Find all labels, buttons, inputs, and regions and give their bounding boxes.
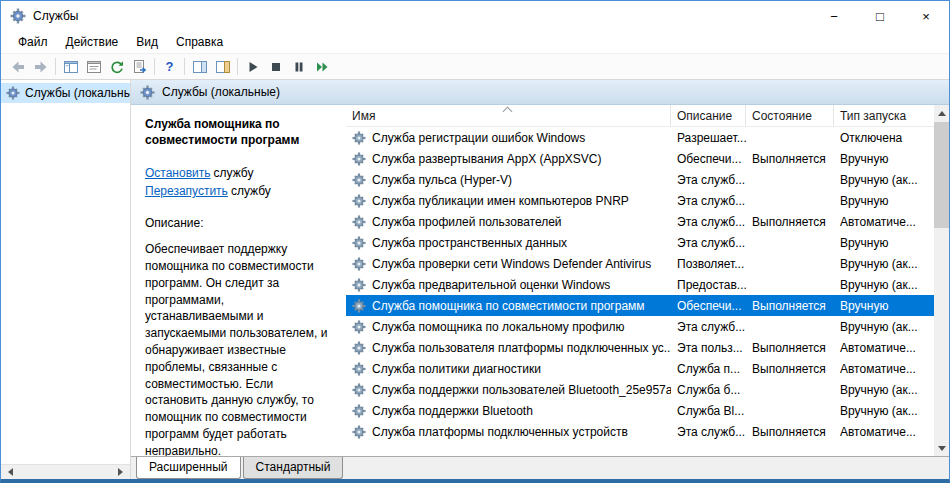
service-name-cell: Служба поддержки Bluetooth bbox=[346, 404, 671, 418]
services-app-icon bbox=[10, 8, 26, 24]
extended-detail-pane: Служба помощника по совместимости програ… bbox=[131, 105, 346, 456]
service-description: Позволяет... bbox=[671, 257, 746, 271]
column-header-status[interactable]: Состояние bbox=[746, 105, 834, 126]
scrollbar-thumb[interactable] bbox=[934, 122, 949, 228]
service-description: Предостав... bbox=[671, 278, 746, 292]
table-row[interactable]: Служба поддержки Bluetooth Служба Bl... … bbox=[346, 400, 934, 421]
table-row[interactable]: Служба проверки сети Windows Defender An… bbox=[346, 253, 934, 274]
menu-action[interactable]: Действие bbox=[57, 33, 128, 51]
service-gear-icon bbox=[352, 320, 366, 334]
export-list-icon[interactable] bbox=[128, 55, 151, 78]
results-header-label: Службы (локальные) bbox=[162, 85, 280, 99]
table-row[interactable]: Служба профилей пользователей Эта служб.… bbox=[346, 211, 934, 232]
service-name-cell: Служба предварительной оценки Windows bbox=[346, 278, 671, 292]
hide-action-pane-icon[interactable] bbox=[211, 55, 234, 78]
table-row[interactable]: Служба пространственных данных Эта служб… bbox=[346, 232, 934, 253]
window-title: Службы bbox=[33, 9, 78, 23]
stop-service-link[interactable]: Остановить bbox=[145, 166, 211, 180]
service-name-cell: Служба развертывания AppX (AppXSVC) bbox=[346, 152, 671, 166]
main-pane: Службы (локальные) Служба помощника по с… bbox=[131, 80, 949, 479]
menubar: Файл Действие Вид Справка bbox=[1, 31, 949, 53]
service-description: Эта служб... bbox=[671, 173, 746, 187]
back-icon[interactable] bbox=[6, 55, 29, 78]
scroll-up-icon[interactable] bbox=[934, 105, 949, 120]
show-console-tree-icon[interactable] bbox=[59, 55, 82, 78]
table-row[interactable]: Служба регистрации ошибок Windows Разреш… bbox=[346, 127, 934, 148]
service-startup-type: Автоматиче... bbox=[834, 425, 934, 439]
tab-standard[interactable]: Стандартный bbox=[243, 457, 344, 479]
service-description: Обеспечи... bbox=[671, 152, 746, 166]
scroll-left-icon[interactable] bbox=[1, 465, 16, 480]
service-name: Служба политики диагностики bbox=[372, 362, 541, 376]
stop-service-line: Остановитьслужбу bbox=[145, 166, 334, 180]
minimize-button[interactable]: − bbox=[811, 1, 857, 31]
service-name-cell: Служба пространственных данных bbox=[346, 236, 671, 250]
show-action-pane-icon[interactable] bbox=[188, 55, 211, 78]
table-row[interactable]: Служба помощника по совместимости програ… bbox=[346, 295, 934, 316]
table-row[interactable]: Служба публикации имен компьютеров PNRP … bbox=[346, 190, 934, 211]
service-description: Эта служб... bbox=[671, 194, 746, 208]
menu-help[interactable]: Справка bbox=[167, 33, 232, 51]
forward-icon[interactable] bbox=[29, 55, 52, 78]
table-row[interactable]: Служба поддержки пользователей Bluetooth… bbox=[346, 379, 934, 400]
table-row[interactable]: Служба помощника по локальному профилю Э… bbox=[346, 316, 934, 337]
table-row[interactable]: Служба пульса (Hyper-V) Эта служб... Вру… bbox=[346, 169, 934, 190]
toolbar-separator bbox=[55, 58, 56, 75]
tree-horizontal-scrollbar[interactable] bbox=[1, 464, 130, 479]
tab-extended[interactable]: Расширенный bbox=[136, 457, 241, 479]
refresh-icon[interactable] bbox=[105, 55, 128, 78]
service-gear-icon bbox=[352, 383, 366, 397]
restart-service-icon[interactable] bbox=[310, 55, 333, 78]
service-gear-icon bbox=[352, 194, 366, 208]
column-header-description[interactable]: Описание bbox=[671, 105, 746, 126]
service-startup-type: Вручную (ак... bbox=[834, 173, 934, 187]
table-row[interactable]: Служба предварительной оценки Windows Пр… bbox=[346, 274, 934, 295]
close-button[interactable]: × bbox=[903, 1, 949, 31]
menu-file[interactable]: Файл bbox=[9, 33, 57, 51]
service-status: Выполняется bbox=[746, 341, 834, 355]
service-name: Служба публикации имен компьютеров PNRP bbox=[372, 194, 629, 208]
description-text: Обеспечивает поддержку помощника по совм… bbox=[145, 241, 334, 456]
toolbar-separator bbox=[237, 58, 238, 75]
tree-item-services-local[interactable]: Службы (локальны bbox=[1, 83, 130, 103]
services-window: Службы − □ × Файл Действие Вид Справка bbox=[0, 0, 950, 483]
scroll-right-icon[interactable] bbox=[115, 465, 130, 480]
service-name: Служба пульса (Hyper-V) bbox=[372, 173, 512, 187]
restart-service-line: Перезапуститьслужбу bbox=[145, 184, 334, 198]
service-startup-type: Вручную (ак... bbox=[834, 320, 934, 334]
service-table-rows: Служба регистрации ошибок Windows Разреш… bbox=[346, 127, 934, 456]
stop-service-icon[interactable] bbox=[264, 55, 287, 78]
properties-icon[interactable] bbox=[82, 55, 105, 78]
help-icon[interactable]: ? bbox=[158, 55, 181, 78]
service-name-cell: Служба пульса (Hyper-V) bbox=[346, 173, 671, 187]
start-service-icon[interactable] bbox=[241, 55, 264, 78]
scroll-down-icon[interactable] bbox=[934, 441, 949, 456]
service-gear-icon bbox=[352, 173, 366, 187]
column-header-startup-type[interactable]: Тип запуска bbox=[834, 105, 934, 126]
restart-service-link[interactable]: Перезапустить bbox=[145, 184, 228, 198]
console-tree-panel: Службы (локальны bbox=[1, 80, 131, 479]
service-description: Обеспечи... bbox=[671, 299, 746, 313]
view-tabs: Расширенный Стандартный bbox=[131, 456, 949, 479]
service-description: Эта служб... bbox=[671, 236, 746, 250]
vertical-scrollbar[interactable] bbox=[934, 105, 949, 456]
pause-service-icon[interactable] bbox=[287, 55, 310, 78]
service-gear-icon bbox=[352, 362, 366, 376]
table-row[interactable]: Служба платформы подключенных устройств … bbox=[346, 421, 934, 442]
table-row[interactable]: Служба развертывания AppX (AppXSVC) Обес… bbox=[346, 148, 934, 169]
stop-service-suffix: службу bbox=[214, 166, 254, 180]
titlebar: Службы − □ × bbox=[1, 1, 949, 31]
service-name: Служба пространственных данных bbox=[372, 236, 567, 250]
table-row[interactable]: Служба пользователя платформы подключенн… bbox=[346, 337, 934, 358]
service-name: Служба развертывания AppX (AppXSVC) bbox=[372, 152, 602, 166]
table-row[interactable]: Служба политики диагностики Служба п... … bbox=[346, 358, 934, 379]
services-node-icon bbox=[6, 86, 20, 100]
menu-view[interactable]: Вид bbox=[127, 33, 167, 51]
service-description: Служба б... bbox=[671, 383, 746, 397]
service-startup-type: Вручную bbox=[834, 152, 934, 166]
service-gear-icon bbox=[352, 215, 366, 229]
maximize-button[interactable]: □ bbox=[857, 1, 903, 31]
service-gear-icon bbox=[352, 257, 366, 271]
service-startup-type: Вручную (ак... bbox=[834, 383, 934, 397]
service-status: Выполняется bbox=[746, 425, 834, 439]
